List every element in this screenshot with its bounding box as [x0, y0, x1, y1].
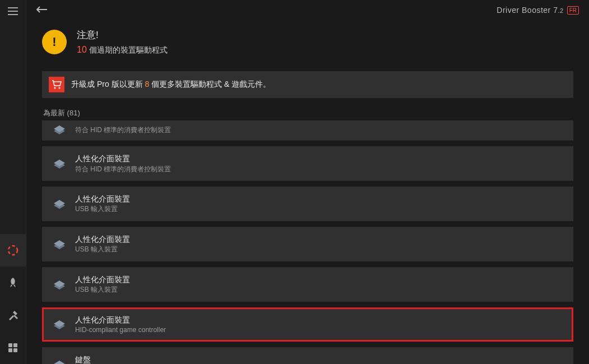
device-row[interactable]: 鍵盤HID Keyboard Device — [42, 347, 573, 364]
device-title: 人性化介面裝置 — [75, 315, 166, 325]
upgrade-banner[interactable]: 升級成 Pro 版以更新 8 個更多裝置驅動程式 & 遊戲元件。 — [42, 71, 573, 98]
svg-point-8 — [54, 87, 56, 89]
device-title: 人性化介面裝置 — [75, 153, 171, 164]
device-subtitle: 符合 HID 標準的消費者控制裝置 — [75, 126, 171, 135]
device-row[interactable]: 人性化介面裝置HID-compliant game controller — [42, 307, 573, 342]
device-title: 鍵盤 — [75, 354, 140, 364]
back-button[interactable] — [36, 6, 48, 15]
status-header: ! 注意! 10 個過期的裝置驅動程式 — [26, 20, 589, 67]
device-subtitle: USB 輸入裝置 — [75, 245, 130, 254]
hamburger-icon — [8, 7, 18, 15]
device-icon — [52, 124, 67, 134]
device-row[interactable]: 人性化介面裝置符合 HID 標準的消費者控制裝置 — [42, 146, 573, 181]
device-subtitle: HID-compliant game controller — [75, 326, 166, 335]
svg-point-3 — [8, 246, 17, 255]
sidebar-item-apps[interactable] — [0, 332, 26, 364]
device-list: 符合 HID 標準的消費者控制裝置人性化介面裝置符合 HID 標準的消費者控制裝… — [26, 120, 589, 364]
device-title: 人性化介面裝置 — [75, 234, 130, 244]
device-row[interactable]: 人性化介面裝置USB 輸入裝置 — [42, 227, 573, 262]
svg-rect-6 — [8, 348, 12, 352]
device-title: 人性化介面裝置 — [75, 194, 130, 204]
tools-icon — [7, 310, 18, 321]
svg-rect-0 — [8, 7, 18, 8]
app-title: Driver Booster 7.2 — [497, 6, 563, 15]
device-icon — [52, 239, 67, 249]
svg-rect-2 — [8, 14, 18, 15]
cart-icon — [49, 77, 64, 92]
main-panel: Driver Booster 7.2 FR ! 注意! 10 個過期的裝置驅動程… — [26, 0, 589, 364]
warning-icon: ! — [42, 30, 67, 54]
device-icon — [52, 360, 67, 364]
svg-rect-7 — [13, 348, 17, 352]
device-subtitle: USB 輸入裝置 — [75, 205, 130, 214]
edition-badge: FR — [567, 6, 579, 15]
device-icon — [52, 199, 67, 209]
device-subtitle: USB 輸入裝置 — [75, 286, 130, 295]
section-label: 為最新 (81) — [26, 105, 589, 120]
topbar: Driver Booster 7.2 FR — [26, 0, 589, 20]
svg-rect-5 — [13, 343, 17, 347]
device-row[interactable]: 符合 HID 標準的消費者控制裝置 — [42, 120, 573, 141]
scan-icon — [7, 244, 19, 256]
svg-rect-1 — [8, 11, 18, 12]
status-subtitle: 10 個過期的裝置驅動程式 — [77, 45, 168, 55]
device-title: 人性化介面裝置 — [75, 274, 130, 284]
sidebar — [0, 0, 26, 364]
device-icon — [52, 279, 67, 290]
sidebar-item-tools[interactable] — [0, 299, 26, 332]
status-title: 注意! — [77, 29, 168, 41]
svg-rect-4 — [8, 343, 12, 347]
upgrade-text: 升級成 Pro 版以更新 8 個更多裝置驅動程式 & 遊戲元件。 — [71, 80, 271, 90]
svg-point-9 — [59, 87, 61, 89]
rocket-icon — [7, 277, 18, 288]
sidebar-item-scan[interactable] — [0, 234, 26, 267]
device-row[interactable]: 人性化介面裝置USB 輸入裝置 — [42, 267, 573, 302]
arrow-left-icon — [36, 6, 48, 13]
sidebar-item-boost[interactable] — [0, 267, 26, 299]
device-row[interactable]: 人性化介面裝置USB 輸入裝置 — [42, 186, 573, 221]
grid-icon — [8, 343, 18, 353]
device-subtitle: 符合 HID 標準的消費者控制裝置 — [75, 165, 171, 174]
device-icon — [52, 158, 67, 169]
menu-button[interactable] — [0, 0, 26, 22]
device-icon — [52, 319, 67, 329]
